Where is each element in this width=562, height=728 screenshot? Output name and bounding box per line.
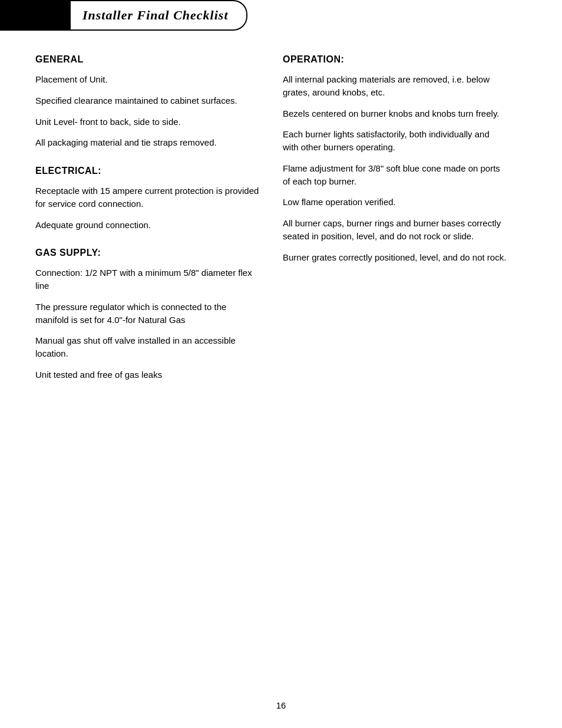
section-operation: OPERATION: All internal packing material… — [283, 54, 507, 263]
header-black-bar — [0, 0, 71, 31]
gas-supply-item-1: Connection: 1/2 NPT with a minimum 5/8" … — [35, 266, 259, 292]
section-general: GENERAL Placement of Unit. Specified cle… — [35, 54, 259, 149]
general-item-4: All packaging material and tie straps re… — [35, 136, 259, 149]
section-title-electrical: ELECTRICAL: — [35, 166, 259, 176]
section-gas-supply: GAS SUPPLY: Connection: 1/2 NPT with a m… — [35, 248, 259, 381]
operation-item-7: Burner grates correctly positioned, leve… — [283, 251, 507, 264]
operation-item-3: Each burner lights satisfactorily, both … — [283, 128, 507, 154]
gas-supply-item-3: Manual gas shut off valve installed in a… — [35, 334, 259, 360]
main-content: GENERAL Placement of Unit. Specified cle… — [0, 54, 562, 398]
general-item-3: Unit Level- front to back, side to side. — [35, 116, 259, 129]
operation-item-2: Bezels centered on burner knobs and knob… — [283, 107, 507, 120]
section-title-general: GENERAL — [35, 54, 259, 65]
footer: 16 — [0, 700, 562, 710]
section-electrical: ELECTRICAL: Receptacle with 15 ampere cu… — [35, 166, 259, 231]
gas-supply-item-4: Unit tested and free of gas leaks — [35, 368, 259, 381]
operation-item-5: Low flame operation verified. — [283, 196, 507, 209]
page-container: Installer Final Checklist GENERAL Placem… — [0, 0, 562, 728]
general-item-2: Specified clearance maintained to cabine… — [35, 94, 259, 107]
general-item-1: Placement of Unit. — [35, 73, 259, 86]
page-number: 16 — [276, 700, 286, 710]
electrical-item-1: Receptacle with 15 ampere current protec… — [35, 185, 259, 210]
operation-item-6: All burner caps, burner rings and burner… — [283, 217, 507, 243]
page-title: Installer Final Checklist — [82, 8, 229, 23]
header-title-box: Installer Final Checklist — [71, 0, 247, 31]
section-title-gas-supply: GAS SUPPLY: — [35, 248, 259, 258]
right-column: OPERATION: All internal packing material… — [283, 54, 507, 398]
left-column: GENERAL Placement of Unit. Specified cle… — [35, 54, 259, 398]
operation-item-1: All internal packing materials are remov… — [283, 73, 507, 99]
operation-item-4: Flame adjustment for 3/8" soft blue cone… — [283, 162, 507, 188]
section-title-operation: OPERATION: — [283, 54, 507, 65]
header: Installer Final Checklist — [0, 0, 562, 31]
gas-supply-item-2: The pressure regulator which is connecte… — [35, 301, 259, 327]
electrical-item-2: Adequate ground connection. — [35, 219, 259, 232]
